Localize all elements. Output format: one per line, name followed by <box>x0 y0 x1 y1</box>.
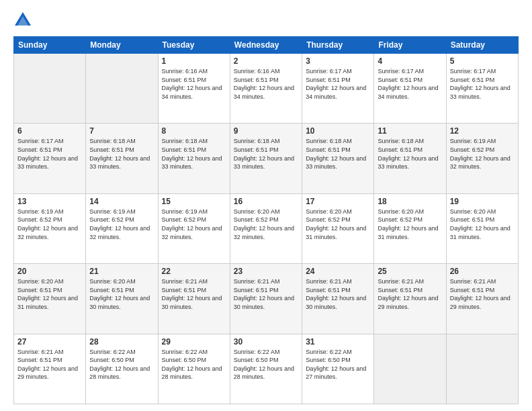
calendar-cell: 22Sunrise: 6:21 AM Sunset: 6:51 PM Dayli… <box>158 264 230 334</box>
day-info: Sunrise: 6:21 AM Sunset: 6:51 PM Dayligh… <box>17 348 82 381</box>
day-number: 20 <box>17 267 82 276</box>
calendar-cell: 1Sunrise: 6:16 AM Sunset: 6:51 PM Daylig… <box>158 54 230 124</box>
calendar-cell: 14Sunrise: 6:19 AM Sunset: 6:52 PM Dayli… <box>86 193 158 263</box>
day-info: Sunrise: 6:19 AM Sunset: 6:52 PM Dayligh… <box>17 208 82 241</box>
day-info: Sunrise: 6:20 AM Sunset: 6:52 PM Dayligh… <box>234 208 298 241</box>
day-number: 23 <box>234 267 298 276</box>
day-info: Sunrise: 6:20 AM Sunset: 6:51 PM Dayligh… <box>450 208 515 241</box>
calendar-cell: 19Sunrise: 6:20 AM Sunset: 6:51 PM Dayli… <box>446 193 518 263</box>
day-number: 7 <box>89 126 154 136</box>
calendar-cell: 21Sunrise: 6:20 AM Sunset: 6:51 PM Dayli… <box>86 264 158 334</box>
day-info: Sunrise: 6:20 AM Sunset: 6:52 PM Dayligh… <box>306 208 370 241</box>
day-info: Sunrise: 6:20 AM Sunset: 6:51 PM Dayligh… <box>17 277 82 311</box>
week-row-1: 1Sunrise: 6:16 AM Sunset: 6:51 PM Daylig… <box>14 54 519 124</box>
day-number: 18 <box>378 197 442 206</box>
day-info: Sunrise: 6:22 AM Sunset: 6:50 PM Dayligh… <box>89 348 154 381</box>
calendar-cell: 7Sunrise: 6:18 AM Sunset: 6:51 PM Daylig… <box>86 124 158 193</box>
calendar-cell: 10Sunrise: 6:18 AM Sunset: 6:51 PM Dayli… <box>302 124 374 193</box>
day-number: 10 <box>306 126 370 136</box>
calendar-cell: 28Sunrise: 6:22 AM Sunset: 6:50 PM Dayli… <box>86 334 158 404</box>
day-info: Sunrise: 6:21 AM Sunset: 6:51 PM Dayligh… <box>306 277 370 311</box>
day-info: Sunrise: 6:21 AM Sunset: 6:51 PM Dayligh… <box>450 277 515 311</box>
logo-icon <box>13 11 32 30</box>
day-number: 30 <box>234 337 298 347</box>
day-info: Sunrise: 6:22 AM Sunset: 6:50 PM Dayligh… <box>162 348 226 381</box>
calendar-cell <box>86 54 158 124</box>
calendar-cell: 16Sunrise: 6:20 AM Sunset: 6:52 PM Dayli… <box>230 193 302 263</box>
day-info: Sunrise: 6:22 AM Sunset: 6:50 PM Dayligh… <box>306 348 370 381</box>
calendar-cell: 17Sunrise: 6:20 AM Sunset: 6:52 PM Dayli… <box>302 193 374 263</box>
day-number: 17 <box>306 197 370 206</box>
header-day-wednesday: Wednesday <box>230 37 302 54</box>
header-day-thursday: Thursday <box>302 37 374 54</box>
page: SundayMondayTuesdayWednesdayThursdayFrid… <box>0 0 532 411</box>
day-number: 26 <box>450 267 515 276</box>
day-number: 5 <box>450 56 515 66</box>
week-row-3: 13Sunrise: 6:19 AM Sunset: 6:52 PM Dayli… <box>14 193 519 263</box>
day-number: 3 <box>306 56 370 66</box>
header-day-sunday: Sunday <box>14 37 86 54</box>
day-info: Sunrise: 6:17 AM Sunset: 6:51 PM Dayligh… <box>378 67 442 101</box>
calendar-cell <box>14 54 86 124</box>
week-row-2: 6Sunrise: 6:17 AM Sunset: 6:51 PM Daylig… <box>14 124 519 193</box>
day-info: Sunrise: 6:18 AM Sunset: 6:51 PM Dayligh… <box>234 137 298 171</box>
calendar-cell: 12Sunrise: 6:19 AM Sunset: 6:52 PM Dayli… <box>446 124 518 193</box>
calendar-cell: 31Sunrise: 6:22 AM Sunset: 6:50 PM Dayli… <box>302 334 374 404</box>
header-day-tuesday: Tuesday <box>158 37 230 54</box>
header-day-friday: Friday <box>374 37 446 54</box>
day-number: 31 <box>306 337 370 347</box>
calendar-cell: 27Sunrise: 6:21 AM Sunset: 6:51 PM Dayli… <box>14 334 86 404</box>
day-info: Sunrise: 6:21 AM Sunset: 6:51 PM Dayligh… <box>162 277 226 311</box>
logo <box>13 11 35 30</box>
day-number: 2 <box>234 56 298 66</box>
day-info: Sunrise: 6:19 AM Sunset: 6:52 PM Dayligh… <box>162 208 226 241</box>
day-info: Sunrise: 6:17 AM Sunset: 6:51 PM Dayligh… <box>17 137 82 171</box>
header-day-monday: Monday <box>86 37 158 54</box>
day-number: 24 <box>306 267 370 276</box>
day-number: 28 <box>89 337 154 347</box>
day-number: 27 <box>17 337 82 347</box>
calendar-cell: 9Sunrise: 6:18 AM Sunset: 6:51 PM Daylig… <box>230 124 302 193</box>
calendar-cell: 8Sunrise: 6:18 AM Sunset: 6:51 PM Daylig… <box>158 124 230 193</box>
calendar-cell: 24Sunrise: 6:21 AM Sunset: 6:51 PM Dayli… <box>302 264 374 334</box>
week-row-5: 27Sunrise: 6:21 AM Sunset: 6:51 PM Dayli… <box>14 334 519 404</box>
day-info: Sunrise: 6:16 AM Sunset: 6:51 PM Dayligh… <box>234 67 298 101</box>
day-number: 22 <box>162 267 226 276</box>
calendar-cell: 30Sunrise: 6:22 AM Sunset: 6:50 PM Dayli… <box>230 334 302 404</box>
week-row-4: 20Sunrise: 6:20 AM Sunset: 6:51 PM Dayli… <box>14 264 519 334</box>
day-info: Sunrise: 6:19 AM Sunset: 6:52 PM Dayligh… <box>450 137 515 171</box>
day-number: 19 <box>450 197 515 206</box>
day-info: Sunrise: 6:20 AM Sunset: 6:52 PM Dayligh… <box>378 208 442 241</box>
day-info: Sunrise: 6:19 AM Sunset: 6:52 PM Dayligh… <box>89 208 154 241</box>
calendar-cell: 20Sunrise: 6:20 AM Sunset: 6:51 PM Dayli… <box>14 264 86 334</box>
calendar-header-row: SundayMondayTuesdayWednesdayThursdayFrid… <box>14 37 519 54</box>
calendar-cell: 25Sunrise: 6:21 AM Sunset: 6:51 PM Dayli… <box>374 264 446 334</box>
day-number: 29 <box>162 337 226 347</box>
day-info: Sunrise: 6:21 AM Sunset: 6:51 PM Dayligh… <box>234 277 298 311</box>
day-info: Sunrise: 6:17 AM Sunset: 6:51 PM Dayligh… <box>450 67 515 101</box>
day-number: 1 <box>162 56 226 66</box>
day-info: Sunrise: 6:18 AM Sunset: 6:51 PM Dayligh… <box>378 137 442 171</box>
day-info: Sunrise: 6:22 AM Sunset: 6:50 PM Dayligh… <box>234 348 298 381</box>
day-info: Sunrise: 6:21 AM Sunset: 6:51 PM Dayligh… <box>378 277 442 311</box>
header <box>13 11 519 30</box>
day-number: 12 <box>450 126 515 136</box>
calendar-cell: 11Sunrise: 6:18 AM Sunset: 6:51 PM Dayli… <box>374 124 446 193</box>
day-info: Sunrise: 6:16 AM Sunset: 6:51 PM Dayligh… <box>162 67 226 101</box>
day-number: 16 <box>234 197 298 206</box>
day-number: 9 <box>234 126 298 136</box>
day-info: Sunrise: 6:18 AM Sunset: 6:51 PM Dayligh… <box>306 137 370 171</box>
day-number: 4 <box>378 56 442 66</box>
day-info: Sunrise: 6:17 AM Sunset: 6:51 PM Dayligh… <box>306 67 370 101</box>
calendar-cell: 13Sunrise: 6:19 AM Sunset: 6:52 PM Dayli… <box>14 193 86 263</box>
day-info: Sunrise: 6:18 AM Sunset: 6:51 PM Dayligh… <box>89 137 154 171</box>
day-info: Sunrise: 6:18 AM Sunset: 6:51 PM Dayligh… <box>162 137 226 171</box>
day-number: 21 <box>89 267 154 276</box>
calendar-cell: 23Sunrise: 6:21 AM Sunset: 6:51 PM Dayli… <box>230 264 302 334</box>
calendar-cell <box>374 334 446 404</box>
day-number: 6 <box>17 126 82 136</box>
calendar-cell: 4Sunrise: 6:17 AM Sunset: 6:51 PM Daylig… <box>374 54 446 124</box>
day-number: 15 <box>162 197 226 206</box>
calendar-cell: 18Sunrise: 6:20 AM Sunset: 6:52 PM Dayli… <box>374 193 446 263</box>
calendar-cell: 6Sunrise: 6:17 AM Sunset: 6:51 PM Daylig… <box>14 124 86 193</box>
